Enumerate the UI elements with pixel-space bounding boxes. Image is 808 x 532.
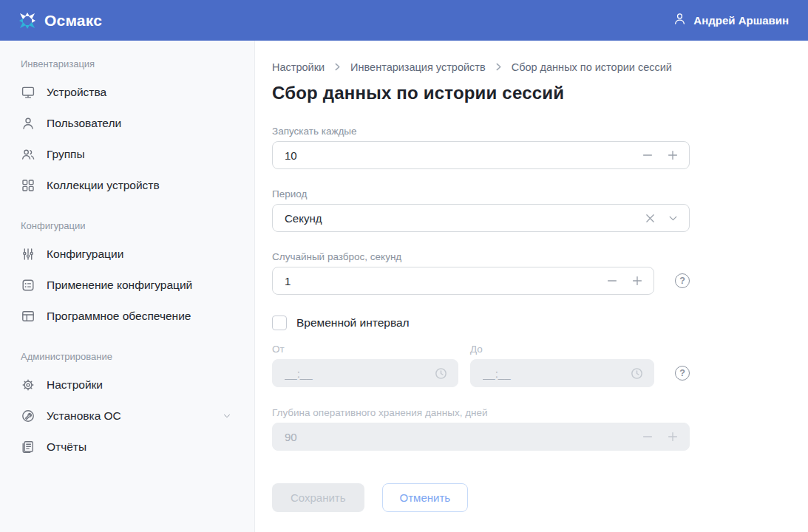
- sidebar-item-label: Пользователи: [47, 117, 121, 130]
- sidebar-item-label: Конфигурации: [47, 248, 123, 261]
- sidebar-item-label: Применение конфигураций: [47, 279, 192, 292]
- field-storage-depth: Глубина оперативного хранения данных, дн…: [272, 407, 690, 451]
- sliders-icon: [21, 247, 35, 262]
- chevron-right-icon: [333, 61, 342, 73]
- user-icon: [21, 116, 35, 131]
- random-spread-control: [272, 267, 654, 295]
- sidebar-item-label: Устройства: [47, 86, 106, 99]
- minus-icon[interactable]: [641, 149, 654, 162]
- field-label: Период: [272, 188, 690, 200]
- field-label: Случайный разброс, секунд: [272, 251, 690, 262]
- osmax-logo-icon: [18, 11, 37, 30]
- clock-icon[interactable]: [434, 366, 448, 381]
- breadcrumb-current: Сбор данных по истории сессий: [512, 61, 672, 73]
- sidebar-item-label: Настройки: [47, 378, 103, 392]
- section-label: Конфигурации: [21, 220, 241, 231]
- topbar: Осмакс Андрей Аршавин: [0, 0, 808, 41]
- time-range-row: От До ?: [272, 344, 690, 387]
- field-to: До ?: [470, 344, 690, 387]
- plus-icon[interactable]: [666, 149, 679, 162]
- sidebar-item-label: Отчёты: [47, 440, 86, 454]
- breadcrumb-device-inventory[interactable]: Инвентаризация устройств: [350, 61, 486, 73]
- sidebar-item-reports[interactable]: Отчёты: [19, 432, 241, 463]
- help-icon[interactable]: ?: [675, 273, 690, 288]
- person-icon: [673, 12, 687, 29]
- section-label: Администрирование: [21, 351, 241, 362]
- sidebar-item-users[interactable]: Пользователи: [19, 108, 241, 139]
- field-label: Запускать каждые: [272, 126, 690, 137]
- field-label: От: [272, 344, 458, 355]
- sidebar-item-devices[interactable]: Устройства: [19, 77, 241, 108]
- sidebar-item-os-install[interactable]: Установка ОС: [19, 400, 241, 432]
- form-actions: Сохранить Отменить: [272, 483, 808, 512]
- sidebar: Инвентаризация Устройства Пользователи Г…: [0, 41, 255, 532]
- help-icon[interactable]: ?: [675, 366, 690, 381]
- chevron-down-icon[interactable]: [667, 212, 679, 225]
- random-spread-input[interactable]: [285, 275, 598, 287]
- field-label: Глубина оперативного хранения данных, дн…: [272, 407, 690, 418]
- sidebar-item-settings[interactable]: Настройки: [19, 369, 241, 400]
- period-select[interactable]: Секунд: [272, 204, 690, 232]
- minus-icon[interactable]: [641, 430, 654, 443]
- wrench-circle-icon: [21, 409, 35, 423]
- brand[interactable]: Осмакс: [18, 11, 102, 30]
- users-icon: [21, 147, 35, 162]
- to-time-input[interactable]: [483, 367, 630, 380]
- plus-icon[interactable]: [631, 274, 644, 287]
- main-content: Настройки Инвентаризация устройств Сбор …: [255, 41, 808, 532]
- storage-depth-control: [272, 423, 690, 451]
- report-icon: [21, 440, 35, 454]
- field-run-every: Запускать каждые: [272, 126, 690, 169]
- field-period: Период Секунд: [272, 188, 690, 232]
- time-interval-checkbox[interactable]: [272, 316, 287, 330]
- breadcrumb: Настройки Инвентаризация устройств Сбор …: [272, 61, 808, 73]
- run-every-input[interactable]: [285, 149, 634, 162]
- minus-icon[interactable]: [605, 274, 619, 287]
- field-random-spread: Случайный разброс, секунд ?: [272, 251, 690, 295]
- field-label: До: [470, 344, 690, 355]
- cancel-button[interactable]: Отменить: [382, 483, 469, 512]
- page-title: Сбор данных по истории сессий: [272, 83, 808, 103]
- clock-icon[interactable]: [630, 366, 644, 381]
- checklist-icon: [21, 278, 35, 293]
- from-time-input[interactable]: [285, 367, 434, 380]
- clear-icon[interactable]: [644, 212, 656, 225]
- layout-icon: [21, 309, 35, 324]
- sidebar-section-administration: Администрирование Настройки Установка ОС: [19, 351, 241, 463]
- monitor-icon: [21, 85, 35, 100]
- grid-icon: [21, 178, 35, 193]
- sidebar-item-label: Установка ОС: [47, 409, 121, 423]
- user-menu[interactable]: Андрей Аршавин: [673, 12, 789, 29]
- sidebar-item-configurations[interactable]: Конфигурации: [19, 239, 241, 270]
- field-time-interval: Временной интервал: [272, 316, 690, 330]
- to-control: [470, 359, 654, 387]
- plus-icon[interactable]: [666, 430, 679, 443]
- field-from: От: [272, 344, 458, 387]
- sidebar-item-groups[interactable]: Группы: [19, 139, 241, 170]
- section-label: Инвентаризация: [21, 58, 241, 69]
- user-name: Андрей Аршавин: [693, 14, 789, 27]
- sidebar-item-config-apply[interactable]: Применение конфигураций: [19, 270, 241, 301]
- chevron-down-icon[interactable]: [222, 411, 232, 421]
- storage-depth-input[interactable]: [285, 431, 634, 443]
- sidebar-item-label: Коллекции устройств: [47, 179, 160, 192]
- sidebar-item-label: Группы: [47, 148, 85, 161]
- run-every-control: [272, 141, 690, 169]
- sidebar-section-configurations: Конфигурации Конфигурации Применение кон…: [19, 220, 241, 332]
- sidebar-item-software[interactable]: Программное обеспечение: [19, 301, 241, 332]
- brand-name: Осмакс: [44, 12, 102, 30]
- sidebar-section-inventory: Инвентаризация Устройства Пользователи Г…: [19, 58, 241, 201]
- breadcrumb-settings[interactable]: Настройки: [272, 61, 325, 73]
- period-value: Секунд: [285, 212, 636, 225]
- time-interval-label: Временной интервал: [296, 316, 410, 330]
- sidebar-item-label: Программное обеспечение: [47, 310, 191, 323]
- chevron-right-icon: [495, 61, 503, 73]
- gear-icon: [21, 378, 35, 392]
- from-control: [272, 359, 458, 387]
- save-button[interactable]: Сохранить: [272, 483, 364, 512]
- sidebar-item-device-collections[interactable]: Коллекции устройств: [19, 170, 241, 201]
